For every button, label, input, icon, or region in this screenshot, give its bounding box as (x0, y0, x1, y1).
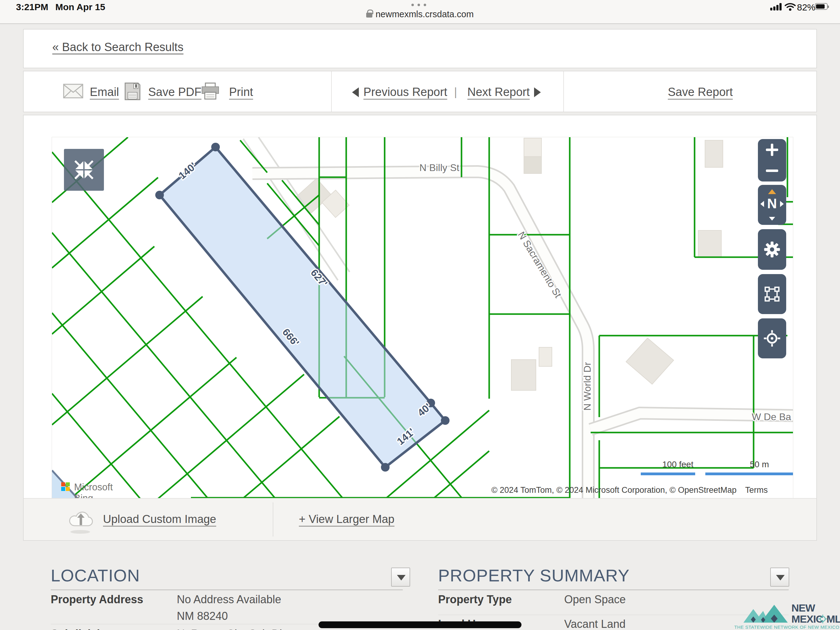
location-title-rule (51, 589, 403, 590)
map-attribution: © 2024 TomTom, © 2024 Microsoft Corporat… (491, 486, 768, 495)
land-use-value: Vacant Land (564, 618, 626, 630)
map-card: 140' 627' 666' 40' 141' N Billy St N Sac… (23, 115, 817, 541)
print-button[interactable]: Print (229, 85, 253, 99)
floppy-disk-icon (125, 82, 141, 100)
property-address-line2: NM 88240 (177, 610, 228, 623)
subdivision-label: Subdivision (51, 628, 114, 630)
logo-text-mls: MLS (826, 613, 840, 625)
logo-wordmark: NEW MEXIC MLS (791, 602, 840, 625)
battery-icon (815, 3, 828, 10)
ipad-safari-screen: 3:21PM Mon Apr 15 82% newmexmls.crsdata.… (0, 0, 840, 630)
street-n-world: N World Dr (582, 362, 593, 411)
browser-chrome: 3:21PM Mon Apr 15 82% newmexmls.crsdata.… (0, 0, 840, 24)
envelope-icon (63, 84, 83, 98)
select-area-icon (763, 285, 781, 303)
tilt-up-icon[interactable] (768, 189, 776, 194)
property-map-canvas[interactable]: 140' 627' 666' 40' 141' N Billy St N Sac… (52, 137, 793, 499)
scale-meters-label: 50 m (750, 459, 769, 469)
url-text: newmexmls.crsdata.com (376, 9, 474, 19)
toolbar-divider-2 (563, 71, 564, 112)
tab-overview-dots[interactable] (411, 4, 430, 6)
map-settings-button[interactable] (758, 229, 786, 270)
zoom-out-button[interactable] (758, 160, 786, 182)
printer-icon (201, 82, 219, 100)
save-report-link[interactable]: Save Report (668, 85, 733, 99)
rotate-right-icon[interactable] (780, 201, 784, 207)
scale-feet-bar (641, 473, 695, 475)
gear-icon (763, 241, 781, 258)
terms-link[interactable]: Terms (745, 486, 768, 495)
collapse-map-button[interactable] (64, 149, 104, 191)
rotate-left-icon[interactable] (760, 201, 764, 207)
back-card: « Back to Search Results (23, 29, 817, 68)
lock-icon (366, 13, 373, 17)
zoom-in-button[interactable] (758, 139, 786, 160)
street-w-de-ba: W De Ba (752, 411, 791, 423)
street-n-billy: N Billy St (419, 162, 459, 173)
report-nav-separator: | (454, 85, 457, 98)
property-type-label: Property Type (438, 593, 512, 606)
email-button[interactable]: Email (90, 85, 119, 99)
property-address-label: Property Address (51, 593, 143, 606)
map-footer-bar: Upload Custom Image + View Larger Map (24, 498, 816, 540)
subdivision-value: N. Range City Sub Div (177, 628, 287, 630)
bing-logo-text: Microsoft Bing (74, 482, 113, 499)
scale-meters-bar (705, 473, 793, 475)
summary-section-title: PROPERTY SUMMARY (438, 565, 630, 586)
property-type-value: Open Space (564, 593, 626, 606)
street-labels: N Billy St N Sacramento St N World Dr W … (419, 162, 791, 423)
logo-tagline: THE STATEWIDE NETWORK OF NEW MEXICO REAL… (734, 624, 840, 630)
next-report-link[interactable]: Next Report (467, 85, 530, 99)
crosshair-icon (763, 329, 781, 347)
microsoft-logo-icon (61, 482, 70, 491)
property-address-line1: No Address Available (177, 593, 281, 606)
summary-title-rule (438, 589, 789, 590)
logo-text-mexico: MEXIC (791, 613, 823, 625)
logo-text-new: NEW (791, 602, 815, 614)
save-pdf-button[interactable]: Save PDF (148, 85, 201, 99)
address-bar[interactable]: newmexmls.crsdata.com (0, 9, 840, 23)
attribution-text: © 2024 TomTom, © 2024 Microsoft Corporat… (491, 486, 737, 495)
location-collapse-dropdown[interactable] (391, 568, 410, 587)
tilt-down-icon[interactable] (769, 217, 775, 220)
view-larger-map-link[interactable]: + View Larger Map (299, 513, 395, 526)
new-mexico-mls-logo: NEW MEXIC MLS THE STATEWIDE NETWORK OF N… (734, 598, 840, 630)
locate-button[interactable] (758, 318, 786, 358)
compass-control[interactable]: N (758, 185, 786, 225)
upload-custom-image-link[interactable]: Upload Custom Image (103, 513, 216, 526)
select-area-button[interactable] (758, 274, 786, 314)
home-indicator[interactable] (319, 621, 521, 628)
toolbar-divider (331, 71, 332, 112)
report-toolbar: Email Save PDF Print Previous Report | N… (23, 71, 817, 112)
location-section-title: LOCATION (51, 565, 140, 586)
bing-basemap: 140' 627' 666' 40' 141' N Billy St N Sac… (52, 137, 793, 499)
next-arrow-icon[interactable] (534, 87, 541, 97)
collapse-arrows-icon (73, 158, 95, 181)
summary-collapse-dropdown[interactable] (770, 568, 789, 587)
back-to-search-results-link[interactable]: « Back to Search Results (52, 41, 183, 54)
footer-divider (273, 502, 273, 537)
cloud-upload-icon (67, 505, 96, 535)
previous-report-link[interactable]: Previous Report (363, 85, 447, 99)
zoom-control (758, 139, 786, 182)
scale-feet-label: 100 feet (662, 459, 693, 469)
previous-arrow-icon[interactable] (352, 87, 359, 97)
